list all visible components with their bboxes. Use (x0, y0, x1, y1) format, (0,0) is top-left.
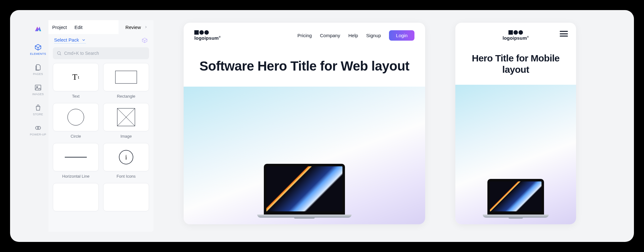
hamburger-icon[interactable] (560, 31, 568, 37)
app-logo[interactable] (33, 24, 43, 35)
laptop-illustration (257, 164, 352, 219)
rail-images[interactable]: IMAGES (28, 83, 48, 97)
element-grid: Tt Text Rectangle Circle Image Hor (48, 63, 153, 216)
rail-label: PAGES (33, 72, 43, 76)
svg-text:i: i (125, 154, 127, 161)
select-pack-dropdown[interactable]: Select Pack (54, 37, 86, 43)
mobile-nav: logoipsum® (455, 23, 576, 41)
svg-rect-5 (115, 71, 137, 83)
tool-rail: ELEMENTS PAGES IMAGES STORE POWER-UP (28, 20, 48, 232)
login-button[interactable]: Login (389, 30, 414, 41)
rail-powerup[interactable]: POWER-UP (28, 123, 48, 137)
element-text[interactable]: Tt Text (53, 63, 99, 99)
element-rectangle[interactable]: Rectangle (103, 63, 149, 99)
nav-pricing[interactable]: Pricing (297, 33, 312, 38)
chevron-down-icon (81, 38, 86, 42)
menu-edit[interactable]: Edit (71, 20, 86, 34)
element-label: Rectangle (117, 94, 136, 99)
rail-pages[interactable]: PAGES (28, 62, 48, 77)
stage: ELEMENTS PAGES IMAGES STORE POWER-UP Pro… (10, 10, 634, 242)
chevron-right-icon (144, 25, 148, 29)
brand-logo[interactable]: logoipsum® (502, 30, 529, 41)
search-input[interactable]: Cmd+K to Search (53, 47, 149, 59)
rail-store[interactable]: STORE (28, 103, 48, 117)
brand-logo[interactable]: logoipsum® (194, 30, 221, 41)
rail-label: STORE (33, 113, 43, 116)
svg-point-6 (68, 109, 84, 125)
element-image[interactable]: Image (103, 103, 149, 139)
rail-label: POWER-UP (30, 133, 46, 136)
element-placeholder[interactable] (53, 183, 99, 211)
menu-review-label: Review (125, 25, 141, 30)
brand-shapes-icon (194, 30, 209, 35)
rail-label: ELEMENTS (30, 52, 46, 55)
nav-help[interactable]: Help (348, 33, 358, 38)
device-area (184, 87, 425, 224)
element-label: Font Icons (117, 174, 136, 179)
select-pack-label: Select Pack (54, 37, 79, 43)
rail-label: IMAGES (32, 93, 44, 96)
elements-panel: Project Edit Review Select Pack Cmd+K to (48, 20, 153, 232)
element-label: Circle (70, 134, 81, 139)
hero-title-web: Software Hero Title for Web layout (184, 41, 425, 87)
hero-title-mobile: Hero Title for Mobile layout (455, 41, 576, 85)
nav-company[interactable]: Company (320, 33, 340, 38)
panel-head: Select Pack (48, 34, 153, 45)
brand-word: logoipsum (194, 35, 219, 41)
preview-web: logoipsum® Pricing Company Help Signup L… (184, 23, 425, 224)
menubar: Project Edit Review (48, 20, 153, 34)
rail-elements[interactable]: ELEMENTS (28, 42, 48, 57)
element-horizontal-line[interactable]: Horizontal Line (53, 143, 99, 179)
editor: ELEMENTS PAGES IMAGES STORE POWER-UP Pro… (28, 20, 153, 232)
element-label: Text (72, 94, 80, 99)
svg-point-3 (37, 126, 41, 129)
preview-mobile: logoipsum® Hero Title for Mobile layout (455, 23, 576, 224)
element-label: Horizontal Line (62, 174, 90, 179)
element-label: Image (120, 134, 132, 139)
brand-shapes-icon (508, 30, 523, 35)
svg-point-4 (58, 52, 60, 54)
web-nav: logoipsum® Pricing Company Help Signup L… (184, 23, 425, 41)
menu-project[interactable]: Project (48, 20, 71, 34)
element-circle[interactable]: Circle (53, 103, 99, 139)
nav-signup[interactable]: Signup (366, 33, 381, 38)
menu-review[interactable]: Review (119, 20, 153, 34)
search-icon (57, 51, 62, 56)
cube-icon[interactable] (142, 37, 148, 43)
element-placeholder[interactable] (103, 183, 149, 211)
device-area (455, 85, 576, 224)
search-placeholder: Cmd+K to Search (64, 51, 99, 56)
svg-rect-0 (35, 85, 41, 90)
element-font-icons[interactable]: i Font Icons (103, 143, 149, 179)
laptop-illustration (483, 179, 549, 219)
nav-links: Pricing Company Help Signup Login (297, 30, 414, 41)
brand-word: logoipsum (502, 35, 527, 41)
